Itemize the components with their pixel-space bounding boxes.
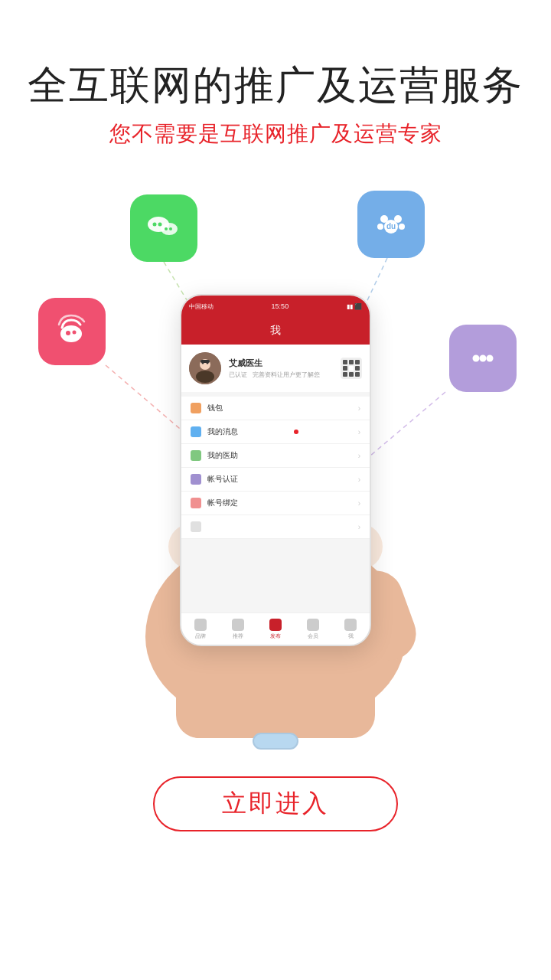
wechat-logo [143,207,184,249]
phone-header-title: 我 [270,324,281,338]
svg-point-20 [480,355,487,362]
menu-label-verify: 帐号认证 [207,474,238,485]
menu-item-wallet: 钱包 › [181,397,370,420]
more-dots-logo [462,338,504,379]
phone-home-button [253,733,298,750]
baidu-logo: du [370,204,412,245]
cta-section: 立即进入 [153,776,398,831]
phone-profile: 艾威医生 已认证 完善资料让用户更了解您 [181,345,370,392]
nav-item-home: 品牌 [181,619,219,640]
user-name: 艾威医生 [229,358,333,369]
phone-hand-container: 中国移动 15:50 ▮▮ ⬛ 我 [115,279,436,738]
svg-point-14 [399,224,405,230]
svg-point-5 [153,223,157,227]
profile-info: 艾威医生 已认证 完善资料让用户更了解您 [229,358,333,379]
menu-item-bind: 帐号绑定 › [181,492,370,515]
menu-label-bind: 帐号绑定 [207,498,238,508]
user-verified: 已认证 完善资料让用户更了解您 [229,371,333,379]
menu-label-assistant: 我的医助 [207,450,238,461]
cta-button[interactable]: 立即进入 [153,776,398,831]
svg-point-9 [169,227,172,230]
menu-label-wallet: 钱包 [207,403,223,413]
arrow-icon-4: › [358,475,360,484]
sub-title: 您不需要是互联网推广及运营专家 [28,119,523,149]
svg-point-16 [60,325,82,342]
menu-item-verify: 帐号认证 › [181,468,370,492]
wechat-icon-bubble [130,194,197,262]
svg-rect-27 [201,360,210,363]
baidu-icon-bubble: du [357,191,425,258]
menu-label-message: 我的消息 [207,426,238,437]
nav-item-me: 我 [332,619,370,640]
arrow-icon-5: › [358,499,360,508]
svg-point-8 [165,227,168,230]
arrow-icon-3: › [358,452,360,460]
page-wrapper: 全互联网的推广及运营服务 您不需要是互联网推广及运营专家 [0,0,551,980]
status-time: 15:50 [272,302,289,310]
svg-text:du: du [386,222,396,230]
battery-icon: ▮▮ ⬛ [347,303,362,310]
menu-item-assistant: 我的医助 › [181,444,370,468]
svg-point-18 [73,331,77,335]
more-icon-bubble [449,325,517,392]
arrow-icon: › [358,404,360,413]
carrier-text: 中国移动 [189,302,214,311]
phone-status-bar: 中国移动 15:50 ▮▮ ⬛ [181,296,370,317]
sub-title-prefix: 您不需要是 [109,122,220,145]
weibo-icon-bubble [38,298,106,365]
nav-item-user: 会员 [295,619,332,640]
arrow-icon-2: › [358,428,360,436]
svg-point-17 [66,331,70,335]
arrow-icon-6: › [358,523,360,531]
qr-code-icon [341,358,362,379]
svg-point-21 [487,355,494,362]
phone-menu-list: 钱包 › 我的消息 › 我的医助 › [181,397,370,539]
nav-item-discover: 推荐 [219,619,256,640]
main-title: 全互联网的推广及运营服务 [28,61,523,109]
illustration-area: du [0,172,551,753]
svg-point-24 [196,371,214,383]
phone-bottom-nav: 品牌 推荐 发布 会员 [181,612,370,645]
notification-dot [294,430,298,434]
header-section: 全互联网的推广及运营服务 您不需要是互联网推广及运营专家 [28,0,523,149]
sub-title-highlight: 互联网推广及运营专家 [220,122,442,145]
phone-app-header: 我 [181,317,370,345]
menu-item-message: 我的消息 › [181,420,370,444]
user-avatar [189,352,221,384]
menu-item-extra1: › [181,515,370,539]
svg-point-13 [377,224,383,230]
weibo-logo [51,311,93,352]
phone-device: 中国移动 15:50 ▮▮ ⬛ 我 [180,294,371,646]
nav-item-active: 发布 [256,619,294,640]
svg-point-19 [473,355,480,362]
svg-point-6 [158,223,162,227]
